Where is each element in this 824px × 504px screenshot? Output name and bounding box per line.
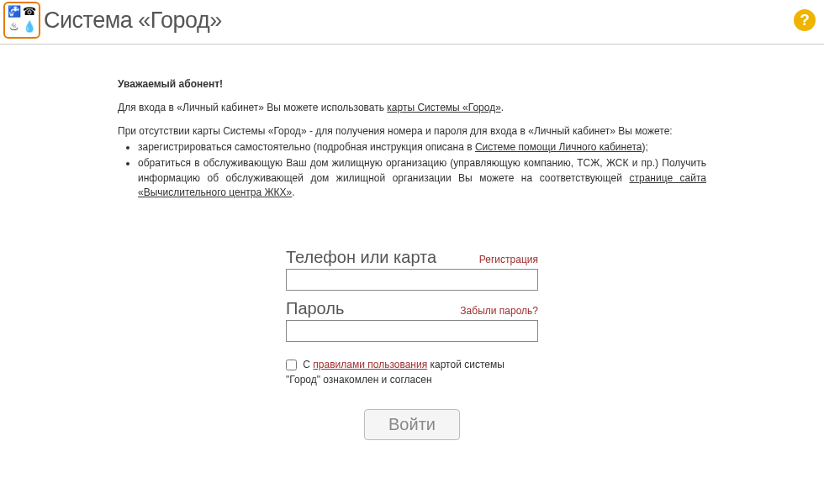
bullet2-prefix: обратиться в обслуживающую Ваш дом жилищ… bbox=[138, 157, 706, 183]
password-field-row: Пароль Забыли пароль? bbox=[286, 299, 538, 342]
phone-input[interactable] bbox=[286, 269, 538, 291]
password-input[interactable] bbox=[286, 320, 538, 342]
intro-prefix: Для входа в «Личный кабинет» Вы можете и… bbox=[118, 102, 387, 113]
help-system-link[interactable]: Системе помощи Личного кабинета bbox=[475, 141, 642, 153]
list-item: обратиться в обслуживающую Ваш дом жилищ… bbox=[138, 156, 706, 200]
logo-glyph: 🚰 bbox=[8, 6, 22, 20]
logo-icon: 🚰 ☎ ♨ 💧 bbox=[3, 2, 40, 39]
greeting: Уважаемый абонент! bbox=[118, 78, 706, 90]
intro-suffix: . bbox=[501, 102, 504, 113]
logo-glyph: ☎ bbox=[23, 6, 37, 20]
password-label-row: Пароль Забыли пароль? bbox=[286, 299, 538, 318]
login-form: Телефон или карта Регистрация Пароль Заб… bbox=[286, 248, 538, 440]
list-item: зарегистрироваться самостоятельно (подро… bbox=[138, 140, 706, 155]
cards-link[interactable]: карты Системы «Город» bbox=[387, 102, 500, 113]
rules-link[interactable]: правилами пользования bbox=[313, 359, 427, 370]
password-label: Пароль bbox=[286, 299, 344, 318]
brand-title: Система «Город» bbox=[44, 8, 222, 34]
help-icon[interactable]: ? bbox=[794, 9, 816, 31]
brand: 🚰 ☎ ♨ 💧 Система «Город» bbox=[3, 2, 222, 39]
instruction-list: зарегистрироваться самостоятельно (подро… bbox=[118, 140, 706, 201]
forgot-password-link[interactable]: Забыли пароль? bbox=[460, 305, 538, 317]
login-button[interactable]: Войти bbox=[364, 409, 460, 440]
register-link[interactable]: Регистрация bbox=[479, 254, 538, 265]
agree-row: С правилами пользования картой системы "… bbox=[286, 357, 538, 387]
logo-glyph: ♨ bbox=[8, 21, 22, 35]
intro-line: Для входа в «Личный кабинет» Вы можете и… bbox=[118, 102, 706, 113]
submit-row: Войти bbox=[286, 409, 538, 440]
content: Уважаемый абонент! Для входа в «Личный к… bbox=[0, 45, 824, 440]
bullet2-suffix: . bbox=[292, 186, 294, 198]
bullet1-prefix: зарегистрироваться самостоятельно (подро… bbox=[138, 141, 475, 153]
phone-field-row: Телефон или карта Регистрация bbox=[286, 248, 538, 291]
agree-prefix: С bbox=[303, 359, 313, 370]
logo-glyph: 💧 bbox=[23, 21, 37, 35]
phone-label: Телефон или карта bbox=[286, 248, 436, 267]
para-nocard: При отсутствии карты Системы «Город» - д… bbox=[118, 125, 706, 137]
header: 🚰 ☎ ♨ 💧 Система «Город» ? bbox=[0, 0, 824, 45]
bullet1-suffix: ); bbox=[642, 141, 648, 153]
agree-checkbox[interactable] bbox=[286, 360, 297, 370]
phone-label-row: Телефон или карта Регистрация bbox=[286, 248, 538, 267]
